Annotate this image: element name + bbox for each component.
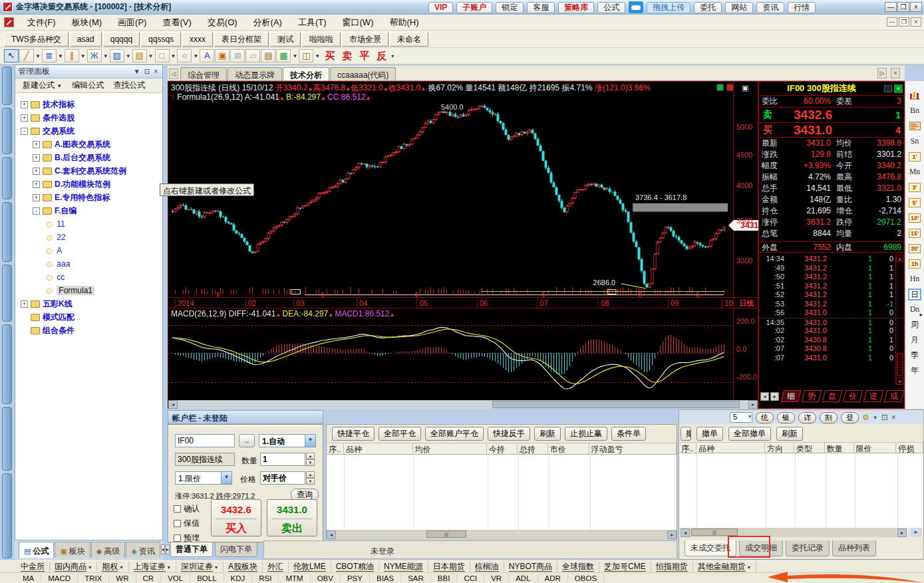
column-header-今持[interactable]: 今持 (487, 443, 518, 454)
mdi-close-icon[interactable]: × (911, 17, 921, 27)
mini-button-割[interactable]: 割 (820, 412, 838, 423)
hatch-lines-tool-icon[interactable]: ▨ (110, 49, 124, 62)
indicator-OBV[interactable]: OBV (311, 574, 341, 582)
custom-toolbar-button-5[interactable]: xxxx (182, 32, 213, 47)
menu-item-3[interactable]: 画面(P) (110, 15, 154, 31)
orders-table[interactable] (679, 453, 923, 528)
period-Dn[interactable]: Dn (910, 302, 920, 317)
titlebar-button-9[interactable]: 网站 (725, 2, 753, 13)
positions-table[interactable] (327, 455, 677, 530)
column-header-均价[interactable]: 均价 (413, 443, 488, 454)
indicator-OBOS[interactable]: OBOS (568, 574, 604, 582)
mdi-minimize-icon[interactable]: — (887, 17, 897, 27)
indicator-SAR[interactable]: SAR (401, 574, 431, 582)
indicator-ADL[interactable]: ADL (509, 574, 538, 582)
period-15'[interactable]: 15' (909, 225, 921, 241)
tree-item-交易系统[interactable]: -交易系统 (15, 124, 162, 138)
scrollbar-thumb[interactable]: ||| (691, 528, 738, 536)
mini-button-银[interactable]: 银 (777, 412, 795, 423)
tree-item-B.后台交易系统[interactable]: +B.后台交易系统 (15, 151, 162, 164)
tree-item-C.套利交易系统范例[interactable]: +C.套利交易系统范例 (15, 164, 162, 177)
mini-button-统[interactable]: 统 (756, 412, 774, 423)
restore-icon[interactable]: ❐ (897, 2, 909, 12)
tree-item-技术指标[interactable]: +技术指标 (15, 98, 162, 111)
menu-item-4[interactable]: 查看(V) (154, 15, 199, 31)
column-header-市价[interactable]: 市价 (548, 443, 589, 454)
cloud-upload-icon[interactable] (629, 1, 643, 13)
tick-tab-逆[interactable]: 逆 (863, 390, 883, 402)
custom-toolbar-button-2[interactable]: asad (70, 32, 102, 47)
custom-toolbar-button-1[interactable]: TWS多品种交 (4, 32, 69, 47)
titlebar-button-3[interactable]: 锁定 (496, 2, 524, 13)
chevron-down-icon[interactable]: ▼ (305, 435, 315, 447)
ellipse-tool-icon[interactable]: ○ (177, 49, 192, 62)
period-Mn[interactable]: Mn (909, 164, 921, 179)
period-1h[interactable]: 1h (909, 256, 921, 271)
period-3'[interactable]: 3' (909, 179, 921, 195)
chevron-down-icon[interactable]: ▼ (171, 53, 176, 59)
menu-item-8[interactable]: 窗口(W) (335, 15, 382, 31)
indicator-MACD[interactable]: MACD (41, 574, 78, 582)
menu-item-7[interactable]: 工具(T) (290, 15, 335, 31)
trade-char-button-1[interactable]: 买 (321, 50, 338, 62)
titlebar-button-8[interactable]: 委托 (694, 2, 722, 13)
buy-button[interactable]: 3432.6 买入 (211, 499, 261, 536)
mini-chart-icon[interactable] (884, 85, 892, 92)
panel-dropdown-icon[interactable]: ▼ (132, 68, 142, 75)
expand-icon[interactable]: + (33, 141, 40, 148)
checkbox-icon[interactable] (174, 520, 181, 527)
indicator-BIAS[interactable]: BIAS (370, 574, 401, 582)
tree-item-22[interactable]: ☺22 (15, 231, 162, 244)
positions-button-止损止赢[interactable]: 止损止赢 (565, 427, 607, 441)
market-国内商品[interactable]: 国内商品 ▾ (50, 561, 97, 572)
expand-icon[interactable]: + (33, 181, 40, 188)
titlebar-button-6[interactable]: 公式 (597, 2, 625, 13)
tree-item-A[interactable]: ☺A (15, 244, 162, 257)
shade-tool-icon[interactable]: ▤ (132, 49, 147, 62)
sell-button[interactable]: 3431.0 卖出 (267, 499, 317, 536)
positions-button-刷新[interactable]: 刷新 (534, 427, 561, 441)
titlebar-button-7[interactable]: 拖拽上传 (647, 2, 691, 13)
positions-scrollbar[interactable]: ◂ ||| ▸ (327, 530, 677, 539)
market-其他金融期货[interactable]: 其他金融期货 ▾ (693, 561, 756, 572)
chart-tabs-next-icon[interactable]: ▷ (877, 68, 887, 78)
tick-tab-细[interactable]: 细 (781, 390, 801, 402)
market-中金所[interactable]: 中金所 (16, 561, 50, 572)
chevron-down-icon[interactable]: ▼ (292, 53, 297, 59)
titlebar-button-1[interactable]: VIP (428, 2, 453, 13)
scroll-right-icon[interactable]: ▸ (748, 400, 758, 409)
depth-select[interactable]: 5 (730, 412, 752, 423)
pointer-tool-icon[interactable]: ↖ (4, 49, 19, 62)
column-header-限价[interactable]: 限价 (854, 443, 897, 453)
column-header-数量[interactable]: 数量 (825, 443, 854, 453)
chevron-down-icon[interactable]: ▼ (148, 53, 154, 59)
custom-toolbar-button-4[interactable]: qqssqs (141, 32, 181, 47)
sidebar-tab-公式[interactable]: ▤公式 (19, 542, 54, 558)
indicator-BOLL[interactable]: BOLL (190, 574, 224, 582)
menu-item-6[interactable]: 分析(A) (245, 15, 290, 31)
indicator-WR[interactable]: WR (109, 574, 136, 582)
period-周[interactable]: 周 (911, 317, 919, 332)
tick-scroll-down-icon[interactable]: ▼ (896, 378, 903, 385)
period-Hn[interactable]: Hn (910, 271, 920, 287)
expand-icon[interactable]: + (33, 154, 40, 162)
line-tool-icon[interactable]: ╱ (19, 49, 34, 62)
strip-grip[interactable]: ···· (910, 82, 920, 88)
macd-chart[interactable] (168, 308, 733, 400)
tree-item-五彩K线[interactable]: +五彩K线 (15, 297, 162, 310)
tree-item-条件选股[interactable]: +条件选股 (15, 111, 162, 124)
tick-tab-价[interactable]: 价 (843, 390, 863, 402)
market-芝加哥CME[interactable]: 芝加哥CME (599, 561, 651, 572)
chevron-down-icon[interactable]: ▼ (80, 53, 86, 59)
chevron-down-icon[interactable]: ▼ (221, 472, 231, 484)
custom-toolbar-button-6[interactable]: 表日分框架 (214, 32, 269, 47)
positions-button-全部账户平仓[interactable]: 全部账户平仓 (425, 427, 484, 441)
indicator-CCI[interactable]: CCI (457, 574, 484, 582)
trade-char-button-3[interactable]: 平 (356, 50, 373, 62)
message-icon[interactable] (716, 84, 724, 91)
chart-tab-动态显示牌[interactable]: 动态显示牌 (228, 67, 282, 80)
action-3[interactable]: 查找公式 (110, 78, 148, 92)
candlestick-chart[interactable] (168, 100, 733, 297)
eraser-tool-icon[interactable]: ▱ (245, 49, 260, 62)
chevron-down-icon[interactable]: ▼ (58, 53, 63, 59)
